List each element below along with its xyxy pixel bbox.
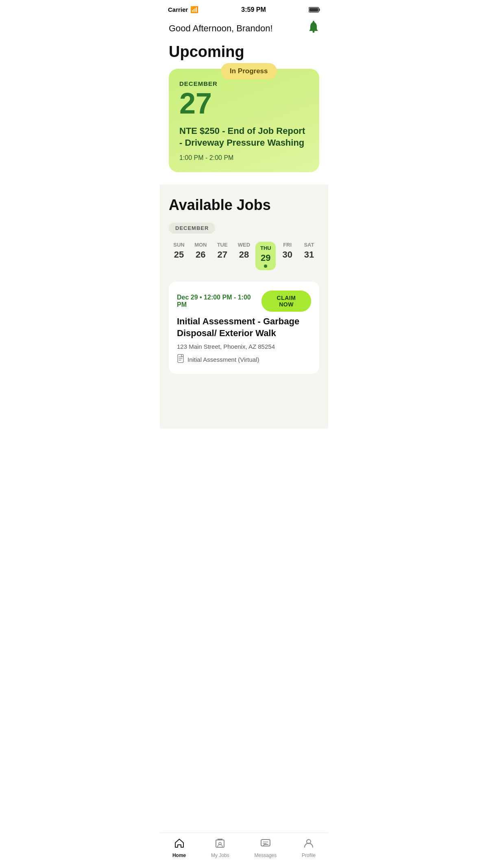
available-jobs-section: Available Jobs DECEMBER SUN25MON26TUE27W… bbox=[160, 184, 328, 429]
cal-dow: TUE bbox=[217, 242, 228, 248]
cal-num: 31 bbox=[304, 250, 314, 259]
cal-num: 30 bbox=[282, 250, 292, 259]
cal-day-30[interactable]: FRI30 bbox=[277, 242, 298, 259]
card-job-title: NTE $250 - End of Job Report - Driveway … bbox=[179, 125, 309, 149]
claim-now-button[interactable]: CLAIM NOW bbox=[261, 291, 311, 312]
cal-day-28[interactable]: WED28 bbox=[234, 242, 254, 259]
calendar-strip: SUN25MON26TUE27WED28THU29FRI30SAT31 bbox=[169, 242, 319, 270]
job-date-time: Dec 29 • 12:00 PM - 1:00 PM bbox=[177, 294, 261, 308]
svg-rect-2 bbox=[309, 8, 318, 11]
cal-dow: WED bbox=[238, 242, 250, 248]
job-address: 123 Main Street, Phoenix, AZ 85254 bbox=[177, 343, 311, 350]
job-header: Dec 29 • 12:00 PM - 1:00 PM CLAIM NOW bbox=[177, 291, 311, 312]
card-time: 1:00 PM - 2:00 PM bbox=[179, 154, 309, 162]
cal-dow: THU bbox=[260, 245, 271, 251]
cal-num: 27 bbox=[217, 250, 227, 259]
job-type-label: Initial Assessment (Virtual) bbox=[187, 356, 259, 363]
cal-dot bbox=[264, 265, 267, 268]
upcoming-section: Upcoming In Progress DECEMBER 27 NTE $25… bbox=[160, 43, 328, 184]
cal-day-27[interactable]: TUE27 bbox=[212, 242, 233, 259]
status-time: 3:59 PM bbox=[241, 6, 266, 13]
attachment-icon bbox=[177, 354, 184, 365]
job-title: Initial Assessment - Garbage Disposal/ E… bbox=[177, 316, 311, 339]
cal-day-29[interactable]: THU29 bbox=[255, 242, 276, 270]
job-type: Initial Assessment (Virtual) bbox=[177, 354, 311, 365]
status-bar: Carrier 📶 3:59 PM bbox=[160, 0, 328, 17]
svg-rect-4 bbox=[313, 21, 314, 22]
battery-icon bbox=[309, 7, 320, 13]
available-jobs-title: Available Jobs bbox=[169, 197, 319, 214]
cal-day-26[interactable]: MON26 bbox=[190, 242, 211, 259]
cal-dow: FRI bbox=[283, 242, 292, 248]
bell-icon[interactable] bbox=[308, 21, 319, 36]
svg-rect-1 bbox=[319, 9, 320, 11]
job-list: Dec 29 • 12:00 PM - 1:00 PM CLAIM NOW In… bbox=[169, 282, 319, 374]
cal-num: 28 bbox=[239, 250, 249, 259]
cal-dow: SUN bbox=[173, 242, 184, 248]
cal-day-31[interactable]: SAT31 bbox=[299, 242, 319, 259]
card-month: DECEMBER bbox=[179, 80, 309, 87]
cal-num: 26 bbox=[196, 250, 205, 259]
cal-dow: SAT bbox=[304, 242, 314, 248]
header: Good Afternoon, Brandon! bbox=[160, 17, 328, 43]
card-day: 27 bbox=[179, 89, 309, 118]
cal-num: 25 bbox=[174, 250, 184, 259]
wifi-icon: 📶 bbox=[190, 6, 198, 13]
month-label: DECEMBER bbox=[169, 223, 215, 234]
job-card-0[interactable]: Dec 29 • 12:00 PM - 1:00 PM CLAIM NOW In… bbox=[169, 282, 319, 374]
svg-point-3 bbox=[313, 31, 315, 33]
carrier-label: Carrier bbox=[168, 6, 188, 13]
status-left: Carrier 📶 bbox=[168, 6, 198, 13]
cal-day-25[interactable]: SUN25 bbox=[169, 242, 189, 259]
greeting-text: Good Afternoon, Brandon! bbox=[169, 23, 273, 34]
in-progress-badge: In Progress bbox=[221, 63, 277, 79]
cal-num: 29 bbox=[261, 254, 270, 262]
cal-dow: MON bbox=[194, 242, 207, 248]
upcoming-card[interactable]: DECEMBER 27 NTE $250 - End of Job Report… bbox=[169, 69, 319, 172]
upcoming-card-wrapper: In Progress DECEMBER 27 NTE $250 - End o… bbox=[160, 69, 328, 184]
